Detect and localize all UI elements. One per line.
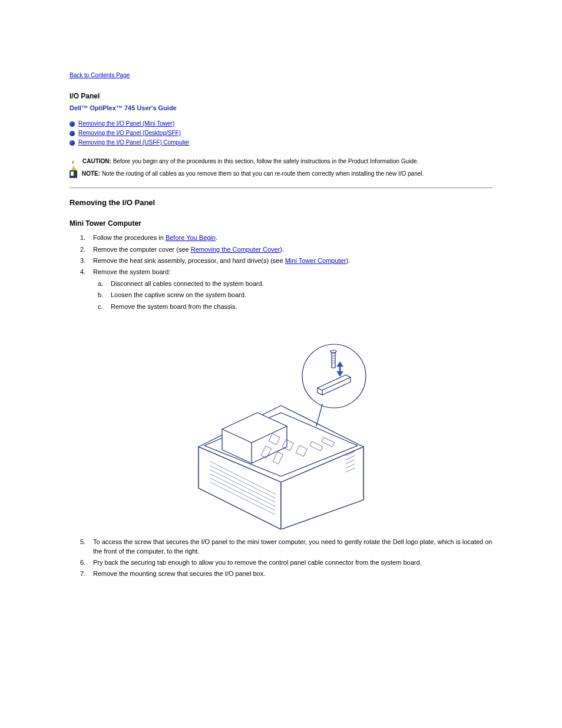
svg-rect-5 — [310, 442, 322, 451]
svg-rect-4 — [273, 452, 283, 465]
step: 3. Remove the heat sink assembly, proces… — [70, 256, 492, 265]
step-number: 7. — [80, 569, 87, 578]
caution-icon — [70, 158, 78, 166]
step-text: Remove the system board: — [93, 268, 170, 276]
svg-rect-6 — [322, 437, 334, 447]
inline-link[interactable]: Mini Tower Computer — [285, 257, 346, 264]
back-to-contents-link[interactable]: Back to Contents Page — [70, 71, 130, 80]
step-text: To access the screw that secures the I/O… — [93, 538, 492, 556]
substep-letter: b. — [98, 291, 105, 299]
svg-point-9 — [330, 350, 336, 353]
substep-text: Disconnect all cables connected to the s… — [111, 279, 264, 288]
step: 4. Remove the system board: — [70, 268, 492, 276]
substep-letter: a. — [98, 279, 105, 288]
step-text: Follow the procedures in Before You Begi… — [93, 233, 217, 242]
bullet-icon — [70, 131, 75, 136]
svg-rect-2 — [296, 446, 308, 457]
toc-item: Removing the I/O Panel (Desktop/SFF) — [70, 129, 492, 137]
substep: a. Disconnect all cables connected to th… — [98, 279, 492, 288]
toc-link[interactable]: Removing the I/O Panel (Mini Tower) — [78, 120, 174, 128]
step-text: Remove the computer cover (see Removing … — [93, 245, 284, 254]
step: 7. Remove the mounting screw that secure… — [70, 569, 492, 578]
toc-link[interactable]: Removing the I/O Panel (USFF) Computer — [78, 139, 189, 147]
substep-text: Remove the system board from the chassis… — [111, 302, 237, 311]
inline-link[interactable]: Removing the Computer Cover — [191, 246, 280, 253]
step-number: 6. — [80, 558, 87, 567]
sub-heading: Mini Tower Computer — [70, 219, 492, 229]
notice-block: CAUTION: Before you begin any of the pro… — [70, 157, 492, 188]
toc-item: Removing the I/O Panel (Mini Tower) — [70, 120, 492, 128]
step-number: 4. — [80, 268, 87, 276]
step-number: 3. — [80, 256, 87, 265]
bullet-icon — [70, 121, 75, 127]
figure-computer-open — [70, 329, 492, 532]
step: 2. Remove the computer cover (see Removi… — [70, 245, 492, 254]
note-row: NOTE: Note the routing of all cables as … — [70, 170, 492, 178]
step-text: Pry back the securing tab enough to allo… — [93, 558, 422, 567]
substep-letter: c. — [98, 302, 105, 311]
step-number: 5. — [80, 538, 87, 556]
caution-text: CAUTION: Before you begin any of the pro… — [82, 157, 418, 166]
section-heading: Removing the I/O Panel — [70, 197, 492, 208]
step: 1. Follow the procedures in Before You B… — [70, 233, 492, 242]
toc-link[interactable]: Removing the I/O Panel (Desktop/SFF) — [78, 129, 181, 137]
product-subtitle: Dell™ OptiPlex™ 745 User's Guide — [70, 104, 492, 113]
step-text: Remove the mounting screw that secures t… — [93, 569, 265, 578]
step: 6. Pry back the securing tab enough to a… — [70, 558, 492, 567]
bullet-icon — [70, 140, 75, 146]
toc-item: Removing the I/O Panel (USFF) Computer — [70, 139, 492, 147]
step-number: 2. — [80, 245, 87, 254]
note-text: NOTE: Note the routing of all cables as … — [82, 170, 424, 178]
substep: b. Loosen the captive screw on the syste… — [98, 291, 492, 299]
step-text: Remove the heat sink assembly, processor… — [93, 256, 350, 265]
note-icon — [70, 170, 77, 178]
step: 5. To access the screw that secures the … — [70, 538, 492, 556]
toc-list: Removing the I/O Panel (Mini Tower) Remo… — [70, 120, 492, 147]
caution-row: CAUTION: Before you begin any of the pro… — [70, 157, 492, 166]
page-title: I/O Panel — [70, 91, 492, 101]
substep: c. Remove the system board from the chas… — [98, 302, 492, 311]
substep-text: Loosen the captive screw on the system b… — [111, 291, 246, 299]
step-number: 1. — [80, 233, 87, 242]
inline-link[interactable]: Before You Begin — [166, 234, 216, 241]
